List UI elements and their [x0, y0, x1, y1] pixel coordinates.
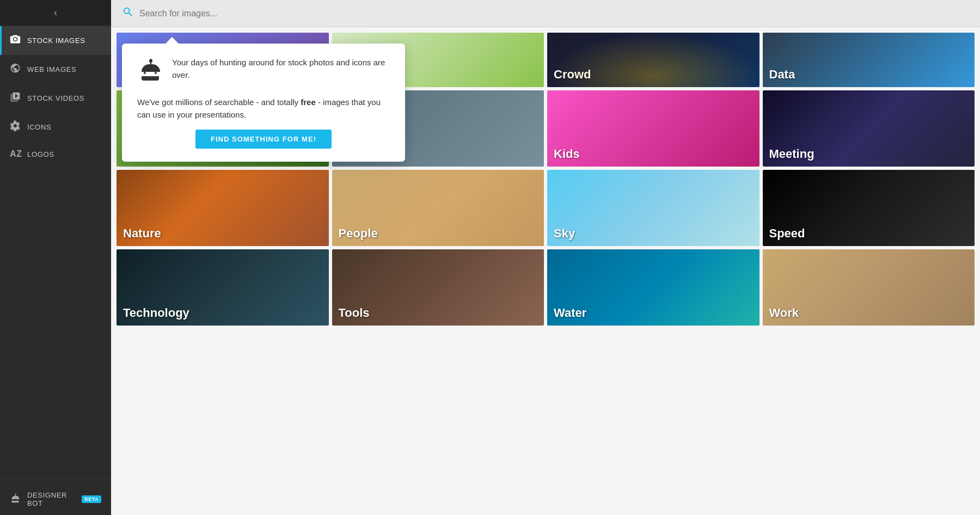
list-item[interactable]: Crowd	[547, 33, 759, 87]
header	[111, 0, 980, 27]
list-item[interactable]: Speed	[763, 170, 975, 246]
sidebar-item-stock-images[interactable]: STOCK IMAGES	[0, 26, 111, 55]
grid-label: Kids	[554, 147, 580, 161]
beta-badge: BETA	[82, 495, 101, 503]
sidebar-item-label: STOCK VIDEOS	[27, 94, 84, 102]
popup-body: We've got millions of searchable - and t…	[137, 96, 390, 121]
search-icon	[122, 6, 134, 21]
grid-label: Tools	[339, 306, 370, 320]
grid-label: Nature	[123, 226, 161, 241]
gear-icon	[10, 120, 21, 134]
popup-body-bold: free	[301, 97, 316, 107]
list-item[interactable]: Technology	[117, 249, 329, 326]
list-item[interactable]: Water	[547, 249, 759, 326]
grid-label: Technology	[123, 306, 189, 320]
content-area: Your days of hunting around for stock ph…	[111, 27, 980, 515]
grid-label: Work	[769, 306, 799, 320]
popup-title: Your days of hunting around for stock ph…	[172, 57, 390, 81]
sidebar-divider	[0, 479, 111, 479]
list-item[interactable]: Work	[763, 249, 975, 326]
sidebar: ‹ STOCK IMAGES WEB IMAGES STOCK VIDEOS I…	[0, 0, 111, 515]
sidebar-item-icons[interactable]: ICONS	[0, 113, 111, 142]
grid-label: Crowd	[554, 68, 591, 82]
sidebar-item-web-images[interactable]: WEB IMAGES	[0, 55, 111, 84]
list-item[interactable]: Kids	[547, 90, 759, 167]
list-item[interactable]: Tools	[332, 249, 544, 326]
onboarding-popup: Your days of hunting around for stock ph…	[122, 44, 405, 162]
grid-label: Speed	[769, 226, 805, 241]
popup-robot-icon	[137, 57, 163, 88]
sidebar-item-label: LOGOS	[27, 150, 54, 158]
sidebar-item-stock-videos[interactable]: STOCK VIDEOS	[0, 84, 111, 113]
video-icon	[10, 91, 21, 105]
sidebar-item-logos[interactable]: AZ LOGOS	[0, 142, 111, 167]
popup-header: Your days of hunting around for stock ph…	[137, 57, 390, 88]
grid-label: People	[339, 226, 378, 241]
robot-icon	[10, 493, 21, 506]
list-item[interactable]: Data	[763, 33, 975, 87]
list-item[interactable]: Sky	[547, 170, 759, 246]
search-input[interactable]	[139, 9, 969, 19]
grid-label: Meeting	[769, 147, 814, 161]
camera-icon	[10, 34, 21, 47]
grid-label: Data	[769, 68, 795, 82]
designer-bot-label: DESIGNER BOT	[27, 491, 75, 507]
list-item[interactable]: Nature	[117, 170, 329, 246]
globe-icon	[10, 63, 21, 76]
az-icon: AZ	[10, 149, 21, 159]
sidebar-item-label: STOCK IMAGES	[27, 36, 85, 45]
main-area: Your days of hunting around for stock ph…	[111, 0, 980, 515]
back-arrow-icon: ‹	[54, 7, 57, 19]
sidebar-item-designer-bot[interactable]: DESIGNER BOT BETA	[0, 483, 111, 515]
list-item[interactable]: Meeting	[763, 90, 975, 167]
find-something-button[interactable]: FIND SOMETHING FOR ME!	[195, 130, 332, 149]
sidebar-item-label: ICONS	[27, 123, 51, 131]
grid-label: Sky	[554, 226, 575, 241]
popup-body-text1: We've got millions of searchable - and t…	[137, 97, 301, 107]
sidebar-item-label: WEB IMAGES	[27, 65, 76, 73]
list-item[interactable]: People	[332, 170, 544, 246]
grid-label: Water	[554, 306, 586, 320]
back-button[interactable]: ‹	[0, 0, 111, 26]
